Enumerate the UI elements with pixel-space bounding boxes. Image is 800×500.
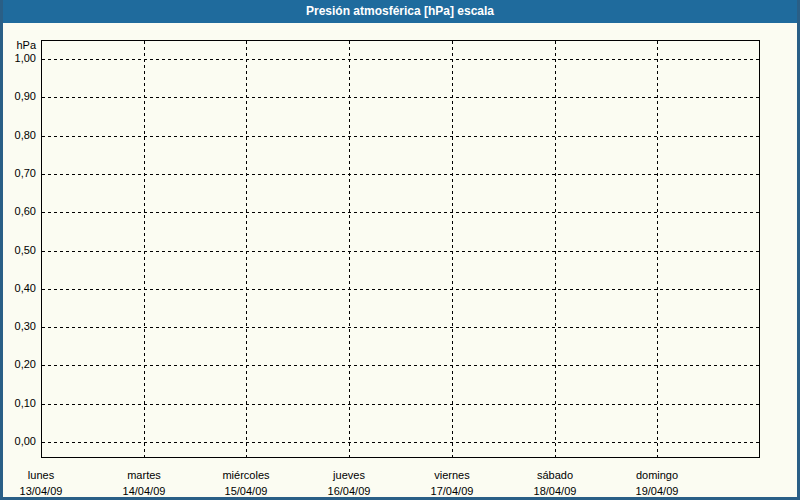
- x-tick-day-name: viernes: [407, 467, 497, 483]
- x-tick-label: domingo19/04/09: [612, 467, 702, 499]
- x-tick-day-name: martes: [99, 467, 189, 483]
- y-gridline: [42, 59, 759, 60]
- x-tick-day-name: miércoles: [201, 467, 291, 483]
- x-tick-day-name: domingo: [612, 467, 702, 483]
- y-gridline: [42, 442, 759, 443]
- y-tick-label: 0,60: [0, 205, 36, 218]
- y-gridline: [42, 174, 759, 175]
- x-tick-label: jueves16/04/09: [304, 467, 394, 499]
- chart-title-bar: Presión atmosférica [hPa] escala: [0, 0, 800, 23]
- chart-window: Presión atmosférica [hPa] escala hPa 1,0…: [0, 0, 800, 500]
- x-tick-label: viernes17/04/09: [407, 467, 497, 499]
- x-tick-date: 16/04/09: [304, 483, 394, 499]
- y-tick-label: 0,80: [0, 129, 36, 142]
- x-tick-day-name: lunes: [0, 467, 86, 483]
- y-tick-label: 0,00: [0, 435, 36, 448]
- x-tick-date: 18/04/09: [510, 483, 600, 499]
- x-tick-label: martes14/04/09: [99, 467, 189, 499]
- x-tick-date: 19/04/09: [612, 483, 702, 499]
- y-gridline: [42, 212, 759, 213]
- x-tick-label: miércoles15/04/09: [201, 467, 291, 499]
- y-tick-label: 0,20: [0, 358, 36, 371]
- y-gridline: [42, 289, 759, 290]
- chart-title: Presión atmosférica [hPa] escala: [306, 4, 494, 18]
- plot-area: [41, 40, 760, 458]
- y-gridline: [42, 327, 759, 328]
- x-gridline: [144, 41, 145, 457]
- x-tick-date: 13/04/09: [0, 483, 86, 499]
- x-gridline: [452, 41, 453, 457]
- y-gridline: [42, 365, 759, 366]
- x-tick-day-name: sábado: [510, 467, 600, 483]
- y-gridline: [42, 251, 759, 252]
- y-tick-label: 0,30: [0, 320, 36, 333]
- y-gridline: [42, 404, 759, 405]
- x-gridline: [246, 41, 247, 457]
- y-tick-label: 0,10: [0, 397, 36, 410]
- y-axis-unit-label: hPa: [0, 39, 36, 52]
- x-tick-date: 14/04/09: [99, 483, 189, 499]
- x-tick-label: lunes13/04/09: [0, 467, 86, 499]
- x-tick-day-name: jueves: [304, 467, 394, 483]
- y-tick-label: 0,90: [0, 90, 36, 103]
- y-gridline: [42, 136, 759, 137]
- x-gridline: [657, 41, 658, 457]
- x-tick-date: 15/04/09: [201, 483, 291, 499]
- x-tick-label: sábado18/04/09: [510, 467, 600, 499]
- y-tick-label: 0,50: [0, 244, 36, 257]
- y-tick-label: 0,40: [0, 282, 36, 295]
- y-gridline: [42, 97, 759, 98]
- y-tick-label: 0,70: [0, 167, 36, 180]
- y-tick-label: 1,00: [0, 52, 36, 65]
- x-tick-date: 17/04/09: [407, 483, 497, 499]
- x-gridline: [555, 41, 556, 457]
- x-gridline: [349, 41, 350, 457]
